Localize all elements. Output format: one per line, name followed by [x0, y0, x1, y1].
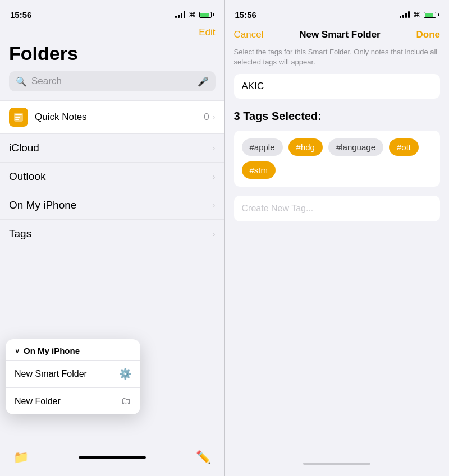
tags-box: #apple #hdg #language #ott #stm: [234, 131, 441, 187]
context-item-label-folder: New Folder: [15, 396, 61, 406]
hint-text: Select the tags for this Smart Folder. O…: [234, 47, 441, 67]
quick-notes-count: 0: [204, 112, 209, 123]
folder-label-tags: Tags: [9, 228, 213, 240]
wifi-icon: ⌘: [189, 11, 196, 19]
folder-icon: 🗂: [121, 395, 131, 407]
home-indicator-left: [79, 456, 146, 459]
context-menu-header: ∨ On My iPhone: [6, 339, 140, 360]
folder-label-on-my-iphone: On My iPhone: [9, 199, 213, 211]
signal-icon: [175, 11, 185, 18]
nav-title: New Smart Folder: [299, 29, 381, 40]
search-bar[interactable]: 🔍 Search 🎤: [9, 71, 216, 91]
create-tag-placeholder: Create New Tag...: [242, 204, 314, 213]
right-battery-icon: [424, 12, 439, 18]
quick-notes-label: Quick Notes: [35, 112, 204, 123]
context-item-new-smart-folder[interactable]: New Smart Folder ⚙️: [6, 361, 140, 388]
tag-chip-apple[interactable]: #apple: [242, 138, 283, 156]
battery-icon: [199, 12, 214, 18]
right-signal-icon: [400, 11, 410, 18]
done-button[interactable]: Done: [416, 29, 441, 40]
bar2: [178, 15, 180, 18]
left-header: Edit: [0, 25, 224, 43]
context-item-label-smart: New Smart Folder: [15, 369, 87, 379]
search-input[interactable]: Search: [31, 76, 193, 87]
bar1: [175, 16, 177, 18]
left-status-icons: ⌘: [175, 11, 214, 19]
right-status-time: 15:56: [235, 10, 256, 20]
folder-name-value: AKIC: [242, 81, 264, 91]
bar4: [184, 11, 185, 18]
context-menu-title: On My iPhone: [24, 346, 80, 355]
search-icon: 🔍: [16, 76, 27, 87]
folder-name-input-box[interactable]: AKIC: [234, 74, 441, 99]
context-menu-chevron: ∨: [15, 346, 20, 355]
right-status-icons: ⌘: [400, 11, 439, 19]
left-status-time: 15:56: [10, 10, 31, 20]
right-wifi-icon: ⌘: [413, 11, 420, 19]
context-item-new-folder[interactable]: New Folder 🗂: [6, 388, 140, 414]
tag-chip-ott[interactable]: #ott: [389, 138, 419, 156]
on-my-iphone-chevron: ›: [213, 201, 216, 210]
folder-item-tags[interactable]: Tags ›: [0, 220, 224, 248]
right-panel: 15:56 ⌘ Cancel New Smart Folder Done Sel…: [225, 0, 450, 476]
folder-label-icloud: iCloud: [9, 142, 213, 154]
tag-chip-language[interactable]: #language: [328, 138, 383, 156]
tags-selected-label: 3 Tags Selected:: [234, 110, 441, 123]
right-status-bar: 15:56 ⌘: [225, 0, 450, 25]
gear-icon: ⚙️: [119, 368, 131, 380]
compose-icon[interactable]: ✏️: [196, 450, 211, 465]
left-panel: 15:56 ⌘ Edit Folders 🔍 Search 🎤: [0, 0, 224, 476]
context-menu: ∨ On My iPhone New Smart Folder ⚙️ New F…: [6, 339, 140, 414]
svg-rect-3: [15, 119, 19, 120]
folder-label-outlook: Outlook: [9, 170, 213, 183]
right-bottom: [225, 458, 450, 476]
smart-folder-content: Select the tags for this Smart Folder. O…: [225, 47, 450, 458]
cancel-button[interactable]: Cancel: [234, 29, 264, 40]
tag-chip-hdg[interactable]: #hdg: [288, 138, 323, 156]
quick-notes-row[interactable]: Quick Notes 0 ›: [0, 100, 224, 134]
svg-rect-1: [15, 114, 22, 115]
home-indicator-right: [303, 463, 370, 465]
tag-chip-stm[interactable]: #stm: [242, 161, 276, 179]
left-bottom-bar: 📁 ✏️: [0, 446, 224, 476]
bar3: [181, 13, 182, 18]
folder-item-on-my-iphone[interactable]: On My iPhone ›: [0, 191, 224, 220]
tags-chevron: ›: [213, 229, 216, 238]
create-tag-box[interactable]: Create New Tag...: [234, 196, 441, 221]
folders-title: Folders: [0, 43, 224, 71]
outlook-chevron: ›: [213, 172, 216, 181]
quick-notes-icon: [9, 108, 28, 127]
right-nav: Cancel New Smart Folder Done: [225, 25, 450, 47]
quick-notes-chevron: ›: [213, 113, 216, 122]
left-status-bar: 15:56 ⌘: [0, 0, 224, 25]
folder-add-icon[interactable]: 📁: [13, 450, 29, 465]
svg-rect-2: [15, 117, 20, 118]
folder-item-icloud[interactable]: iCloud ›: [0, 134, 224, 163]
edit-button[interactable]: Edit: [199, 27, 215, 38]
icloud-chevron: ›: [213, 144, 216, 152]
folder-item-outlook[interactable]: Outlook ›: [0, 163, 224, 191]
mic-icon: 🎤: [198, 76, 209, 87]
